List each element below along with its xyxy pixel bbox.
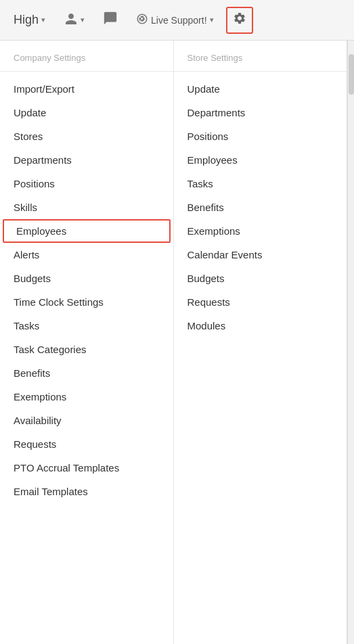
company-tasks[interactable]: Tasks: [0, 314, 173, 338]
brand-label: High: [14, 13, 39, 27]
store-positions[interactable]: Positions: [174, 124, 347, 148]
settings-button[interactable]: [226, 7, 253, 34]
company-employees[interactable]: Employees: [3, 219, 171, 243]
company-departments[interactable]: Departments: [0, 148, 173, 172]
company-import-export[interactable]: Import/Export: [0, 77, 173, 101]
store-requests[interactable]: Requests: [174, 290, 347, 314]
user-menu[interactable]: ▾: [58, 8, 91, 32]
company-alerts[interactable]: Alerts: [0, 243, 173, 267]
user-chevron: ▾: [81, 16, 85, 24]
company-settings-header: Company Settings: [0, 47, 173, 72]
dropdown-menu: Company Settings Import/Export Update St…: [0, 41, 347, 644]
store-settings-header: Store Settings: [174, 47, 347, 72]
company-time-clock-settings[interactable]: Time Clock Settings: [0, 290, 173, 314]
live-support-menu[interactable]: Live Support! ▾: [129, 9, 221, 31]
lifering-icon: [136, 13, 148, 27]
company-budgets[interactable]: Budgets: [0, 267, 173, 290]
store-modules[interactable]: Modules: [174, 314, 347, 338]
top-navigation: High ▾ ▾ Live Support! ▾: [0, 0, 354, 41]
store-update[interactable]: Update: [174, 77, 347, 101]
company-requests[interactable]: Requests: [0, 432, 173, 456]
chat-icon: [103, 11, 118, 29]
company-availability[interactable]: Availability: [0, 409, 173, 432]
live-support-chevron: ▾: [210, 16, 214, 24]
company-email-templates[interactable]: Email Templates: [0, 480, 173, 503]
company-pto-accrual-templates[interactable]: PTO Accrual Templates: [0, 456, 173, 480]
live-support-label: Live Support!: [151, 15, 207, 26]
company-task-categories[interactable]: Task Categories: [0, 338, 173, 361]
brand-menu[interactable]: High ▾: [7, 9, 52, 31]
store-budgets[interactable]: Budgets: [174, 267, 347, 290]
store-settings-column: Store Settings Update Departments Positi…: [174, 41, 347, 644]
chat-button[interactable]: [97, 7, 124, 34]
company-skills[interactable]: Skills: [0, 196, 173, 219]
company-update[interactable]: Update: [0, 101, 173, 124]
store-employees[interactable]: Employees: [174, 148, 347, 172]
main-content: Company Settings Import/Export Update St…: [0, 41, 354, 644]
brand-chevron: ▾: [41, 16, 45, 24]
gear-icon: [233, 12, 246, 28]
company-exemptions[interactable]: Exemptions: [0, 385, 173, 409]
company-stores[interactable]: Stores: [0, 124, 173, 148]
company-positions[interactable]: Positions: [0, 172, 173, 196]
store-calendar-events[interactable]: Calendar Events: [174, 243, 347, 267]
scrollbar-thumb[interactable]: [349, 54, 354, 95]
store-exemptions[interactable]: Exemptions: [174, 219, 347, 243]
store-tasks[interactable]: Tasks: [174, 172, 347, 196]
company-benefits[interactable]: Benefits: [0, 361, 173, 385]
company-settings-column: Company Settings Import/Export Update St…: [0, 41, 174, 644]
store-departments[interactable]: Departments: [174, 101, 347, 124]
user-icon: [64, 12, 78, 28]
scrollbar-track[interactable]: [347, 41, 354, 644]
store-benefits[interactable]: Benefits: [174, 196, 347, 219]
